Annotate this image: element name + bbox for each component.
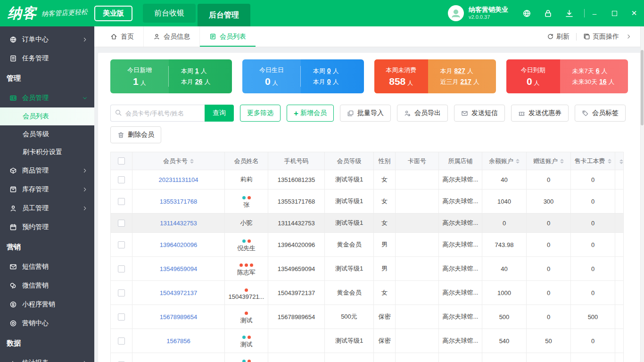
sidebar-item-14[interactable]: 小程序营销 <box>0 295 94 314</box>
column-balance[interactable]: 余额账户 <box>482 152 527 170</box>
row-checkbox[interactable] <box>118 337 125 345</box>
row-checkbox[interactable] <box>118 220 125 227</box>
member-card-link[interactable]: 13553171768 <box>160 198 198 205</box>
table-row-3[interactable]: 13964020096倪先生13964020096黄金会员男高尔夫球馆...74… <box>111 233 624 257</box>
sidebar-item-0[interactable]: 订单中心 <box>0 30 94 49</box>
tab-0[interactable]: 首页 <box>101 26 143 47</box>
tag-dot <box>242 336 246 339</box>
header-tab-0[interactable]: 前台收银 <box>143 4 196 23</box>
sidebar-item-1[interactable]: 任务管理 <box>0 49 94 68</box>
table-row-7[interactable]: 1567856测试测试等级1保密高尔夫球馆...540500 <box>111 329 624 353</box>
globe-icon[interactable] <box>522 9 531 18</box>
column-fee[interactable]: 售卡工本费 <box>571 152 615 170</box>
member-card-link[interactable]: 1567856 <box>166 337 190 345</box>
sidebar-item-10[interactable]: 预约管理 <box>0 218 94 237</box>
sidebar-item-13[interactable]: 微信营销 <box>0 276 94 295</box>
scrollbar-thumb[interactable] <box>641 50 644 125</box>
avatar[interactable] <box>448 5 464 21</box>
sort-icon[interactable] <box>608 159 611 164</box>
close-button[interactable]: ✕ <box>624 0 644 26</box>
edition-button[interactable]: 美业版 <box>94 6 132 21</box>
sidebar-item-17[interactable]: 统计报表 <box>0 354 94 362</box>
cell-name: 测试 <box>225 305 268 329</box>
sort-icon[interactable] <box>190 159 194 164</box>
row-checkbox[interactable] <box>118 198 125 205</box>
toolbar-button-4[interactable]: 会员标签 <box>575 105 626 122</box>
maximize-button[interactable] <box>604 0 624 26</box>
member-card-link[interactable]: 15043972137 <box>160 289 198 296</box>
row-checkbox[interactable] <box>118 265 125 272</box>
cell-gift: 0 <box>527 170 571 189</box>
cell-check <box>111 214 132 233</box>
table-row-0[interactable]: 202311131104莉莉13516081235测试等级1女高尔夫球馆...4… <box>111 170 624 189</box>
sidebar-item-7[interactable]: 商品管理 <box>0 161 94 180</box>
header-checkbox[interactable] <box>118 157 125 165</box>
column-stub[interactable] <box>615 152 624 170</box>
tag-dot <box>248 336 251 339</box>
table-row-6[interactable]: 15678989654测试15678989654500元保密高尔夫球馆...50… <box>111 305 624 329</box>
table-row-5[interactable]: 15043972137150439721...15043972137黄金会员女高… <box>111 281 624 305</box>
header-tab-1[interactable]: 后台管理 <box>198 4 250 26</box>
user-icon <box>153 33 160 40</box>
table-row-1[interactable]: 13553171768张13553171768测试等级1女高尔夫球馆...104… <box>111 189 624 214</box>
search-box: 查询 <box>110 105 234 122</box>
refresh-button[interactable]: 刷新 <box>547 33 570 41</box>
toolbar-button-1[interactable]: 会员导出 <box>397 105 448 122</box>
more-filter-button[interactable]: 更多筛选 <box>240 105 281 122</box>
table-header-row: 会员卡号会员姓名手机号码会员等级性别卡面号所属店铺余额账户赠送账户售卡工本费 <box>111 152 624 170</box>
cell-gender: 保密 <box>374 305 396 329</box>
sidebar-subitem-6[interactable]: 刷卡积分设置 <box>0 143 94 161</box>
member-card-link[interactable]: 202311131104 <box>159 176 198 183</box>
toolbar-button-0[interactable]: 批量导入 <box>340 105 391 122</box>
row-checkbox[interactable] <box>118 313 125 321</box>
minimize-button[interactable]: – <box>585 0 604 26</box>
sidebar-item-12[interactable]: 短信营销 <box>0 257 94 276</box>
column-gift[interactable]: 赠送账户 <box>527 152 571 170</box>
row-checkbox[interactable] <box>118 176 125 183</box>
row-checkbox[interactable] <box>118 289 125 296</box>
cell-gender: 女 <box>374 214 396 233</box>
toolbar-button-3[interactable]: 发送优惠券 <box>511 105 569 122</box>
sidebar-subitem-4[interactable]: 会员列表 <box>0 107 94 125</box>
sort-icon[interactable] <box>619 159 623 164</box>
cell-stub <box>615 214 624 233</box>
table-row-4[interactable]: 13549659094陈志军13549659094测试等级1男高尔夫球馆...4… <box>111 257 624 281</box>
row-checkbox[interactable] <box>118 241 125 248</box>
table-row-8[interactable]: 测试 <box>111 353 624 362</box>
content-scrollbar[interactable] <box>640 26 644 362</box>
member-card-link[interactable]: 15678989654 <box>160 313 198 321</box>
sidebar-item-9[interactable]: 员工管理 <box>0 199 94 218</box>
tag-dot <box>242 360 246 362</box>
tab-1[interactable]: 会员信息 <box>143 26 199 47</box>
lock-icon[interactable] <box>544 9 553 18</box>
column-label: 会员姓名 <box>234 157 259 165</box>
search-input[interactable] <box>110 105 205 122</box>
sidebar-item-8[interactable]: 库存管理 <box>0 180 94 199</box>
member-table-wrap: 会员卡号会员姓名手机号码会员等级性别卡面号所属店铺余额账户赠送账户售卡工本费 2… <box>110 152 628 362</box>
cell-gender: 女 <box>374 170 396 189</box>
tab-2[interactable]: 会员列表 <box>199 26 256 47</box>
sidebar-item-15[interactable]: 营销中心 <box>0 314 94 333</box>
table-body: 202311131104莉莉13516081235测试等级1女高尔夫球馆...4… <box>111 170 624 362</box>
sidebar-subitem-5[interactable]: 会员等级 <box>0 125 94 143</box>
member-card-link[interactable]: 13549659094 <box>160 265 198 272</box>
page-ops-button[interactable]: 页面操作 <box>583 33 619 41</box>
wechat-icon <box>9 282 17 289</box>
download-icon[interactable] <box>565 9 574 18</box>
column-card[interactable]: 会员卡号 <box>132 152 225 170</box>
delete-member-button[interactable]: 删除会员 <box>110 126 161 143</box>
sidebar-item-3[interactable]: 会员管理 <box>0 89 94 107</box>
add-member-button[interactable]: + 新增会员 <box>287 105 334 122</box>
cell-name: 测试 <box>225 353 268 362</box>
sort-icon[interactable] <box>516 159 520 164</box>
user-name: 纳客营销美业 <box>469 6 508 14</box>
chevron-right-icon[interactable] <box>626 33 632 40</box>
member-card-link[interactable]: 13114432753 <box>160 220 197 227</box>
sort-icon[interactable] <box>560 159 564 164</box>
delete-member-label: 删除会员 <box>128 131 154 139</box>
stat-card-right: 本周0人本月0人 <box>301 59 364 93</box>
query-button[interactable]: 查询 <box>205 105 234 122</box>
member-card-link[interactable]: 13964020096 <box>160 241 198 248</box>
table-row-2[interactable]: 13114432753小驼13114432753测试等级1女高尔夫球馆...00… <box>111 214 624 233</box>
toolbar-button-2[interactable]: 发送短信 <box>454 105 505 122</box>
